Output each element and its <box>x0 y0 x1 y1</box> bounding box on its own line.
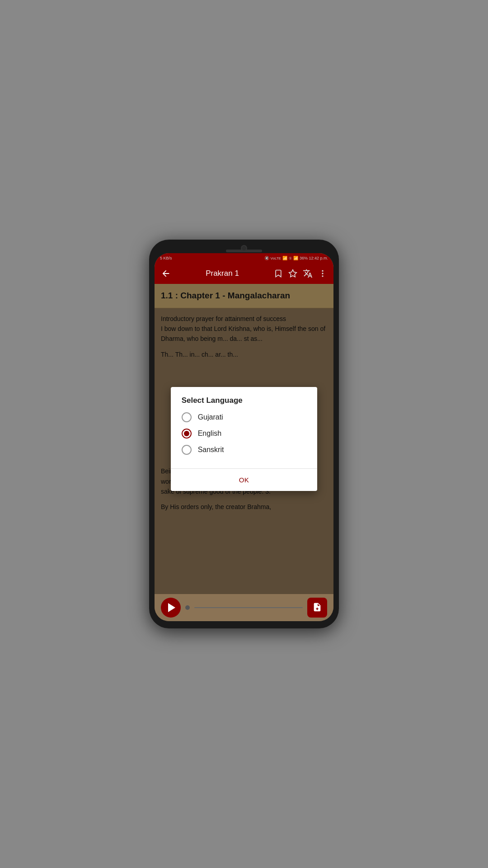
add-note-icon <box>312 602 322 613</box>
battery-text: 36% 12:42 p.m. <box>300 256 328 260</box>
radio-label-english: English <box>198 429 221 438</box>
radio-label-sanskrit: Sanskrit <box>198 446 224 454</box>
svg-point-3 <box>322 275 323 277</box>
radio-option-english[interactable]: English <box>182 429 307 439</box>
back-button[interactable] <box>161 269 171 278</box>
radio-option-gujarati[interactable]: Gujarati <box>182 412 307 422</box>
mute-icon: 🔇 <box>264 256 269 260</box>
svg-marker-0 <box>289 270 297 277</box>
select-language-dialog: Select Language Gujarati Eng <box>171 387 318 491</box>
progress-dot <box>185 605 190 610</box>
more-button[interactable] <box>318 269 327 278</box>
app-bar: Prakran 1 <box>155 263 333 284</box>
radio-inner-english <box>184 431 189 436</box>
signal-icon: 📶 <box>293 256 298 260</box>
bookmark-button[interactable] <box>274 269 283 278</box>
radio-label-gujarati: Gujarati <box>198 413 223 421</box>
status-left: 5 KB/s <box>160 256 172 260</box>
dialog-overlay: Select Language Gujarati Eng <box>155 284 333 594</box>
dialog-title: Select Language <box>182 396 307 405</box>
play-button[interactable] <box>161 598 181 618</box>
progress-bar[interactable] <box>194 607 303 608</box>
status-right: 🔇 VoLTE 📶 ① 📶 36% 12:42 p.m. <box>264 256 328 260</box>
radio-option-sanskrit[interactable]: Sanskrit <box>182 445 307 455</box>
radio-circle-english <box>182 429 192 439</box>
dialog-actions: OK <box>171 469 318 491</box>
radio-circle-sanskrit <box>182 445 192 455</box>
volte-icon: VoLTE <box>271 256 281 260</box>
wifi-icon: 📶 <box>282 256 287 260</box>
bottom-bar <box>155 594 333 621</box>
add-note-button[interactable] <box>307 598 327 618</box>
star-button[interactable] <box>288 269 297 278</box>
app-bar-title: Prakran 1 <box>176 269 268 278</box>
svg-point-1 <box>322 270 323 272</box>
camera-cutout <box>241 245 247 251</box>
status-bar: 5 KB/s 🔇 VoLTE 📶 ① 📶 36% 12:42 p.m. <box>155 253 333 263</box>
sim-icon: ① <box>289 256 292 260</box>
content-area: 1.1 : Chapter 1 - Mangalacharan Introduc… <box>155 284 333 594</box>
phone-shell: 5 KB/s 🔇 VoLTE 📶 ① 📶 36% 12:42 p.m. Prak… <box>149 240 339 628</box>
ok-button[interactable]: OK <box>232 474 257 486</box>
svg-point-2 <box>322 273 323 274</box>
play-icon <box>168 603 175 612</box>
radio-circle-gujarati <box>182 412 192 422</box>
phone-screen: 5 KB/s 🔇 VoLTE 📶 ① 📶 36% 12:42 p.m. Prak… <box>155 253 333 621</box>
translate-button[interactable] <box>303 269 313 278</box>
dialog-body: Select Language Gujarati Eng <box>171 387 318 467</box>
